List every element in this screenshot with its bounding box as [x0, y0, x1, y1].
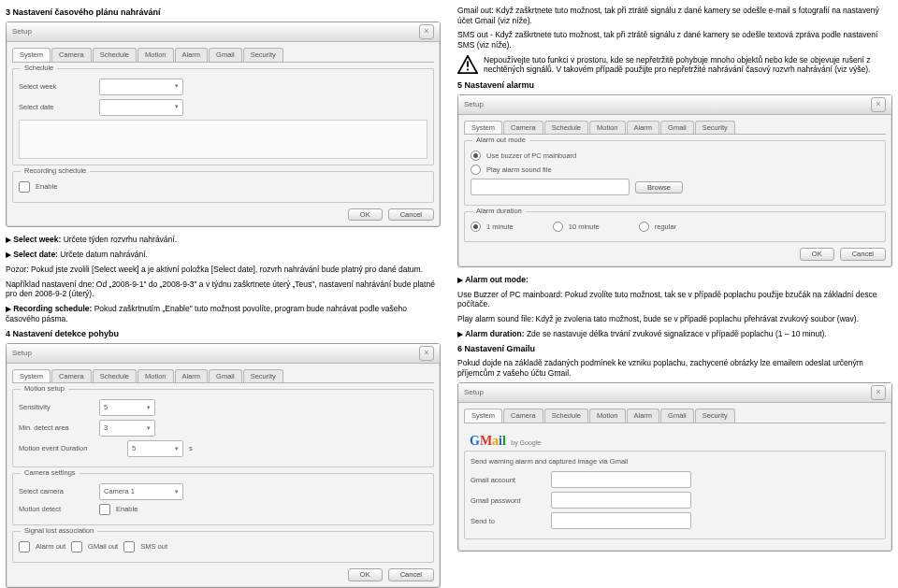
tab-gmail[interactable]: Gmail	[660, 121, 694, 134]
tab-security[interactable]: Security	[243, 48, 283, 61]
label-duration: Motion event Duration	[19, 444, 122, 452]
ok-button[interactable]: OK	[348, 208, 383, 221]
ok-button[interactable]: OK	[348, 568, 383, 581]
group-motion: Motion setup	[21, 384, 68, 393]
camera-select[interactable]: Camera 1	[99, 483, 183, 500]
tab-alarm[interactable]: Alarm	[627, 121, 660, 134]
cancel-button[interactable]: Cancel	[388, 568, 434, 581]
enable-label: Enable	[116, 505, 138, 513]
tab-system[interactable]: System	[464, 409, 502, 422]
tabs4: System Camera Schedule Motion Alarm Gmai…	[464, 409, 886, 423]
warning-text: Nepoužívejte tuto funkci v prostoru, kde…	[484, 55, 892, 75]
sms-out-desc: SMS out - Když zaškrtnete tuto možnost, …	[457, 30, 892, 50]
tab-gmail[interactable]: Gmail	[660, 409, 694, 422]
tab-system[interactable]: System	[464, 121, 502, 134]
tab-system[interactable]: System	[12, 369, 51, 382]
tab-gmail[interactable]: Gmail	[209, 48, 242, 61]
alarm-out-label: Alarm out	[36, 542, 65, 551]
desc-soundfile: Play alarm sound file: Když je zvolena t…	[457, 314, 892, 324]
bullet-recording-schedule: Recording schedule: Pokud zaškrtnutím „E…	[6, 304, 441, 324]
browse-button[interactable]: Browse	[635, 181, 683, 194]
dur-1min-label: 1 minute	[486, 222, 514, 231]
tab-security[interactable]: Security	[695, 409, 735, 422]
enable-label: Enable	[36, 182, 57, 191]
tab-camera[interactable]: Camera	[503, 409, 543, 422]
tab-security[interactable]: Security	[243, 369, 283, 382]
gmail-group-head: Send warning alarm and captured image vi…	[471, 457, 879, 466]
warning-icon	[457, 55, 478, 74]
buzzer-radio[interactable]	[471, 151, 481, 161]
desc-buzzer: Use Buzzer of PC mainboard: Pokud zvolít…	[457, 290, 892, 309]
label-select-camera: Select camera	[19, 487, 94, 495]
close-icon[interactable]: ×	[419, 346, 434, 361]
tab-camera[interactable]: Camera	[51, 48, 92, 61]
alarm-out-checkbox[interactable]	[19, 541, 30, 552]
dur-1min-radio[interactable]	[471, 222, 481, 232]
note-select-date: Pozor: Pokud jste zvolili [Select week] …	[6, 265, 441, 275]
example-date: Například nastavení dne: Od „2008-9-1" d…	[6, 280, 441, 299]
tab-camera[interactable]: Camera	[51, 369, 92, 382]
tab-schedule[interactable]: Schedule	[544, 409, 588, 422]
tab-schedule[interactable]: Schedule	[93, 48, 137, 61]
enable-checkbox[interactable]	[19, 181, 30, 193]
sound-file-radio[interactable]	[471, 165, 481, 175]
setup-dialog-gmail: Setup× System Camera Schedule Motion Ala…	[457, 382, 892, 552]
tab-alarm[interactable]: Alarm	[175, 369, 209, 382]
gmail-password-input[interactable]	[551, 492, 691, 509]
svg-rect-1	[467, 68, 469, 70]
section5-heading: 5 Nastavení alarmu	[457, 80, 892, 91]
cancel-button[interactable]: Cancel	[388, 208, 434, 221]
setup-dialog-motion: Setup× System Camera Schedule Motion Ala…	[6, 343, 441, 588]
dialog-title: Setup	[464, 388, 484, 397]
sound-file-input[interactable]	[471, 179, 630, 195]
motion-detect-checkbox[interactable]	[99, 504, 110, 515]
close-icon[interactable]: ×	[871, 385, 886, 400]
tab-schedule[interactable]: Schedule	[93, 369, 137, 382]
sound-file-label: Play alarm sound file	[486, 165, 552, 174]
duration-unit: s	[189, 444, 193, 452]
close-icon[interactable]: ×	[871, 97, 886, 112]
schedule-grid[interactable]	[19, 120, 427, 159]
group-schedule: Schedule	[21, 64, 57, 72]
ok-button[interactable]: OK	[800, 248, 834, 260]
tab-motion[interactable]: Motion	[138, 48, 174, 61]
tab-camera[interactable]: Camera	[503, 121, 543, 134]
tab-motion[interactable]: Motion	[589, 121, 626, 134]
buzzer-label: Use buzzer of PC mainboard	[486, 151, 576, 160]
cancel-button[interactable]: Cancel	[840, 248, 886, 260]
dur-10min-radio[interactable]	[553, 222, 563, 232]
bullet-select-week: Select week: Určete týden rozvrhu nahráv…	[6, 235, 441, 245]
select-week[interactable]	[99, 79, 183, 95]
dur-regular-radio[interactable]	[639, 222, 649, 232]
tab-alarm[interactable]: Alarm	[627, 409, 660, 422]
tab-security[interactable]: Security	[695, 121, 735, 134]
sms-out-checkbox[interactable]	[123, 541, 135, 552]
dialog-title: Setup	[464, 100, 484, 109]
tab-gmail[interactable]: Gmail	[209, 369, 242, 382]
duration-select[interactable]: 5	[127, 440, 183, 457]
sensitivity-select[interactable]: 5	[99, 399, 155, 416]
tab-schedule[interactable]: Schedule	[544, 121, 588, 134]
tab-system[interactable]: System	[12, 48, 51, 61]
tab-motion[interactable]: Motion	[589, 409, 626, 422]
send-to-input[interactable]	[551, 512, 691, 529]
label-send-to: Send to	[471, 517, 545, 525]
tabs2: System Camera Schedule Motion Alarm Gmai…	[12, 369, 434, 383]
label-sensitivity: Sensitivity	[19, 403, 94, 411]
tab-motion[interactable]: Motion	[138, 369, 174, 382]
label-select-week: Select week	[19, 82, 94, 91]
close-icon[interactable]: ×	[419, 24, 434, 39]
group-alarm-duration: Alarm duration	[472, 207, 526, 215]
setup-dialog-alarm: Setup× System Camera Schedule Motion Ala…	[457, 94, 892, 267]
label-motion-detect: Motion detect	[19, 505, 94, 513]
gmail-account-input[interactable]	[551, 471, 691, 488]
bullet-select-date: Select date: Určete datum nahrávání.	[6, 250, 441, 260]
dur-regular-label: regular	[655, 222, 676, 231]
min-area-select[interactable]: 3	[99, 420, 155, 437]
select-date[interactable]	[99, 99, 183, 116]
gmail-out-checkbox[interactable]	[71, 541, 82, 552]
dialog-title: Setup	[12, 27, 32, 36]
tab-alarm[interactable]: Alarm	[175, 48, 209, 61]
group-signal-lost: Signal lost association	[21, 526, 97, 535]
tabs: System Camera Schedule Motion Alarm Gmai…	[12, 48, 434, 62]
